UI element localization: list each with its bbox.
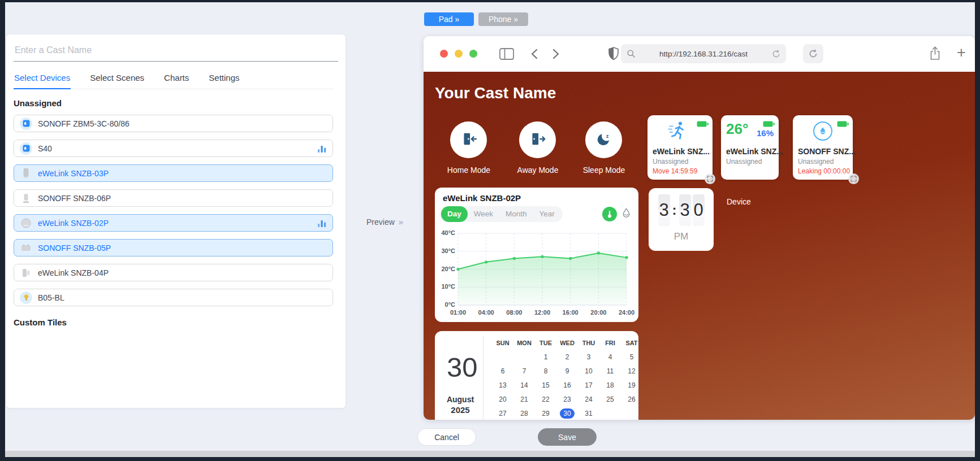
calendar-day[interactable]: 17 (578, 378, 599, 392)
device-row[interactable]: SONOFF SNZB-06P (14, 189, 333, 207)
thermometer-icon[interactable] (602, 207, 617, 221)
calendar-day[interactable]: 5 (621, 350, 642, 364)
calendar-day[interactable]: 20 (492, 392, 513, 406)
range-tab-month[interactable]: Month (499, 206, 533, 222)
range-tab-week[interactable]: Week (468, 206, 499, 222)
range-tab-day[interactable]: Day (441, 206, 468, 222)
home-mode-label: Home Mode (429, 166, 508, 175)
calendar-day[interactable]: 13 (492, 378, 513, 392)
device-row[interactable]: SONOFF SNZB-05P (14, 239, 333, 256)
close-window-icon[interactable] (440, 50, 448, 58)
calendar-day[interactable]: 10 (578, 364, 599, 378)
url-text[interactable]: http://192.168.31.216/cast (636, 50, 771, 58)
calendar-tile[interactable]: 30 August 2025 SUNMONTUEWEDTHUFRISAT1234… (435, 331, 638, 420)
device-row[interactable]: eWeLink SNZB-03P (14, 164, 333, 182)
home-mode-button[interactable] (450, 121, 487, 158)
privacy-shield-icon[interactable] (607, 46, 620, 63)
clock-tile[interactable]: 3:30 PM (649, 188, 714, 251)
calendar-day[interactable]: 12 (621, 364, 642, 378)
y-axis-tick: 30°C (435, 247, 455, 254)
calendar-day[interactable]: 31 (578, 406, 599, 420)
water-leak-icon (813, 121, 832, 141)
line-chart-svg (458, 233, 627, 307)
door-enter-icon (460, 130, 478, 150)
device-name: SONOFF ZBM5-3C-80/86 (38, 119, 129, 128)
calendar-day[interactable]: 3 (578, 350, 599, 364)
forward-icon[interactable] (551, 49, 560, 62)
calendar-day-number: 15 (542, 381, 549, 389)
calendar-day[interactable]: 27 (492, 406, 513, 420)
calendar-day[interactable]: 4 (599, 350, 621, 364)
save-button[interactable]: Save (538, 428, 597, 446)
cancel-button[interactable]: Cancel (417, 428, 476, 446)
calendar-day[interactable]: 9 (556, 364, 578, 378)
sleep-mode-button[interactable]: z (585, 121, 622, 158)
calendar-day[interactable]: 6 (492, 364, 513, 378)
address-bar[interactable]: http://192.168.31.216/cast (621, 44, 786, 63)
device-name: eWeLink SNZB-03P (38, 169, 109, 178)
calendar-day (513, 350, 535, 364)
cast-name-input[interactable] (14, 43, 338, 62)
calendar-day[interactable]: 11 (599, 364, 621, 378)
tab-charts[interactable]: Charts (163, 69, 189, 89)
calendar-day[interactable]: 18 (599, 378, 621, 392)
calendar-day[interactable]: 19 (621, 378, 642, 392)
sleep-mode-label: Sleep Mode (564, 166, 644, 175)
away-mode-button[interactable] (519, 121, 556, 158)
back-icon[interactable] (530, 49, 539, 62)
maximize-window-icon[interactable] (469, 50, 477, 58)
calendar-weekday-header: FRI (599, 336, 621, 350)
sensor-card-room: Unassigned (653, 158, 688, 166)
calendar-day-selected[interactable]: 30 (556, 406, 578, 420)
calendar-day[interactable]: 26 (621, 392, 642, 406)
water-leak-sensor-card[interactable]: SONOFF SNZ... Unassigned Leaking 00:00:0… (793, 115, 853, 180)
calendar-day[interactable]: 7 (513, 364, 535, 378)
sensor-card-title: eWeLink SNZ... (726, 147, 783, 156)
device-row[interactable]: S40 (14, 140, 333, 157)
smart-switch-icon (20, 142, 32, 155)
preview-text: Preview (366, 218, 395, 227)
calendar-day[interactable]: 14 (513, 378, 535, 392)
tab-settings[interactable]: Settings (208, 69, 240, 89)
bar-chart-icon[interactable] (317, 219, 327, 230)
refresh-button[interactable] (803, 44, 823, 63)
share-icon[interactable] (929, 46, 941, 63)
phone-view-button[interactable]: Phone » (478, 12, 528, 26)
device-row[interactable]: eWeLink SNZB-02P (14, 214, 333, 232)
device-row[interactable]: SONOFF ZBM5-3C-80/86 (14, 115, 333, 132)
pad-view-button[interactable]: Pad » (424, 12, 474, 26)
calendar-day[interactable]: 8 (535, 364, 556, 378)
flip-digit: 3 (658, 194, 670, 226)
minimize-window-icon[interactable] (455, 50, 463, 58)
new-tab-icon[interactable]: + (957, 44, 966, 62)
temperature-sensor-card[interactable]: 26° 16% eWeLink SNZ... Unassigned (721, 115, 779, 180)
expand-card-icon[interactable] (705, 173, 715, 184)
motion-sensor-card[interactable]: eWeLink SNZ... Unassigned Move 14:59:59 (647, 115, 713, 180)
screen: Select DevicesSelect ScenesChartsSetting… (0, 0, 980, 461)
device-row[interactable]: B05-BL (14, 289, 333, 306)
calendar-day[interactable]: 21 (513, 392, 535, 406)
x-axis-tick: 24:00 (619, 309, 634, 316)
calendar-day[interactable]: 22 (535, 392, 556, 406)
calendar-day[interactable]: 2 (556, 350, 578, 364)
cast-settings-card: Select DevicesSelect ScenesChartsSetting… (6, 34, 346, 408)
calendar-day[interactable]: 29 (535, 406, 556, 420)
sidebar-icon[interactable] (499, 48, 514, 62)
calendar-day[interactable]: 25 (599, 392, 621, 406)
expand-card-icon[interactable] (848, 173, 859, 184)
calendar-day-number: 22 (542, 395, 549, 403)
bar-chart-icon[interactable] (317, 145, 327, 155)
device-row[interactable]: eWeLink SNZB-04P (14, 264, 333, 281)
calendar-day[interactable]: 1 (535, 350, 556, 364)
humidity-drop-icon[interactable] (621, 207, 632, 221)
calendar-day[interactable]: 15 (535, 378, 556, 392)
cast-dashboard-title: Your Cast Name (435, 84, 556, 102)
reload-icon[interactable] (771, 49, 781, 59)
calendar-day[interactable]: 24 (578, 392, 599, 406)
tab-select-devices[interactable]: Select Devices (14, 69, 71, 89)
calendar-day[interactable]: 28 (513, 406, 535, 420)
tab-select-scenes[interactable]: Select Scenes (89, 69, 145, 89)
calendar-day[interactable]: 23 (556, 392, 578, 406)
range-tab-year[interactable]: Year (533, 206, 561, 222)
calendar-day[interactable]: 16 (556, 378, 578, 392)
